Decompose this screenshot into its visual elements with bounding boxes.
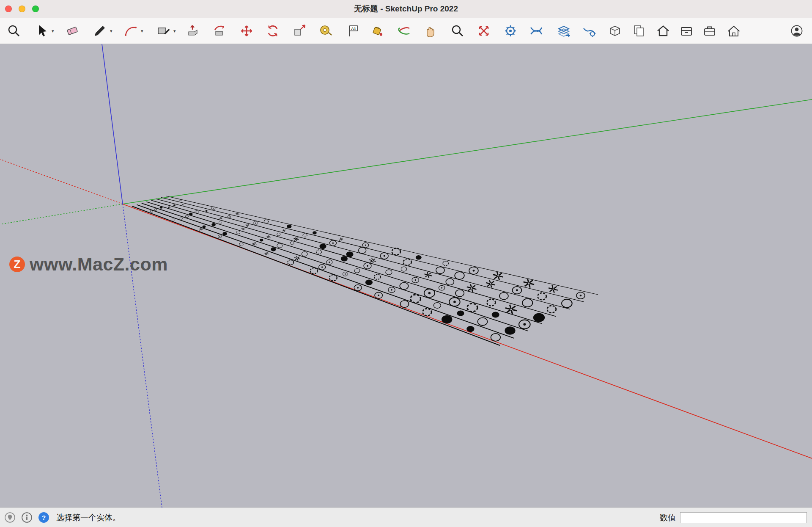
push-pull-tool[interactable]: [184, 23, 200, 39]
ext-layers-icon: [556, 23, 571, 39]
arc-dropdown-caret[interactable]: ▾: [141, 28, 143, 34]
orbit-tool[interactable]: [396, 23, 412, 39]
tree-symbol: [267, 235, 271, 238]
tree-symbol: [469, 267, 478, 274]
tree-symbol: [313, 231, 317, 235]
tree-symbol: [302, 251, 307, 256]
tree-symbol: [185, 215, 188, 218]
tree-symbol: [339, 237, 343, 241]
tree-symbol: [199, 228, 203, 231]
tree-symbol: [245, 224, 249, 227]
search-tool[interactable]: [6, 23, 22, 39]
tree-symbol: [533, 313, 545, 322]
tree-symbol: [365, 280, 373, 285]
line-dropdown-caret[interactable]: ▾: [110, 28, 112, 34]
tree-symbol: [478, 318, 488, 326]
line-tool[interactable]: [92, 23, 108, 39]
shapes-dropdown-caret[interactable]: ▾: [173, 28, 176, 34]
pan-tool[interactable]: [422, 23, 438, 39]
tree-symbol: [425, 272, 432, 278]
model-info-icon: [21, 512, 33, 523]
geolocation-button[interactable]: [4, 512, 16, 523]
viewport-canvas[interactable]: Z www.MacZ.com: [0, 44, 812, 508]
home-filled-icon: [656, 23, 671, 39]
tree-row-line: [146, 202, 542, 324]
status-bar: ? 选择第一个实体。 数值: [0, 508, 812, 527]
tree-symbol: [562, 299, 572, 308]
tree-symbol: [154, 209, 157, 211]
tree-symbol-grid[interactable]: [132, 196, 598, 345]
tree-symbol: [354, 285, 362, 291]
tree-symbol: [486, 280, 495, 288]
green-axis-negative: [0, 204, 123, 224]
copy-document-tool[interactable]: [631, 23, 647, 39]
tree-symbol: [195, 211, 198, 213]
ext-layers-tool[interactable]: [556, 23, 572, 39]
tree-symbol: [239, 243, 243, 246]
arc-tool[interactable]: [123, 23, 139, 39]
tree-symbol: [424, 289, 435, 297]
tree-symbol: [493, 272, 503, 280]
tree-symbol: [294, 237, 299, 241]
arc-icon: [123, 23, 138, 39]
tree-row-line: [137, 205, 514, 338]
tree-symbol: [538, 293, 546, 300]
close-button[interactable]: [5, 6, 12, 12]
home-outline-tool[interactable]: [726, 23, 742, 39]
rotate-icon: [265, 23, 280, 39]
tree-symbol: [264, 252, 269, 255]
measurement-input[interactable]: [680, 512, 807, 523]
follow-me-tool[interactable]: [212, 23, 228, 39]
tree-symbol: [228, 215, 230, 218]
component-box-icon: [607, 23, 623, 39]
select-dropdown-caret[interactable]: ▾: [52, 28, 54, 34]
tree-symbol: [524, 279, 535, 288]
zoom-button[interactable]: [32, 6, 39, 12]
model-info-button[interactable]: [21, 512, 33, 523]
ext-gear-sync-tool[interactable]: [502, 23, 518, 39]
model-scene[interactable]: [0, 44, 812, 508]
scale-tool[interactable]: [291, 23, 307, 39]
ext-gear-waves-tool[interactable]: [582, 23, 598, 39]
tree-symbol: [236, 231, 240, 234]
toolbox-tool[interactable]: [702, 23, 718, 39]
zoom-extents-tool[interactable]: [476, 23, 492, 39]
tree-symbol: [400, 301, 409, 307]
tree-symbol: [403, 259, 411, 265]
ext-gear-waves-icon: [582, 23, 597, 39]
home-filled-tool[interactable]: [655, 23, 671, 39]
zoom-tool-tool[interactable]: [450, 23, 466, 39]
minimize-button[interactable]: [19, 6, 25, 12]
tree-symbol: [277, 243, 283, 248]
account-tool[interactable]: [789, 23, 805, 39]
ext-waves-tool[interactable]: [528, 23, 544, 39]
paint-bucket-tool[interactable]: [370, 23, 386, 39]
select-tool[interactable]: [33, 23, 49, 39]
tree-symbol: [467, 304, 477, 312]
tree-symbol: [422, 309, 431, 316]
measurement-label: 数值: [660, 512, 676, 523]
component-box-tool[interactable]: [607, 23, 623, 39]
tape-measure-icon: [318, 23, 334, 39]
tape-measure-tool[interactable]: [318, 23, 334, 39]
dimension-text-tool[interactable]: A1: [345, 23, 361, 39]
tree-symbol: [455, 272, 464, 279]
search-icon: [6, 23, 22, 39]
tree-symbol: [206, 210, 208, 212]
tree-symbol: [576, 292, 585, 299]
move-tool[interactable]: [239, 23, 255, 39]
tree-symbol: [203, 225, 206, 228]
drawer-tool[interactable]: [678, 23, 694, 39]
tree-symbol: [549, 285, 558, 293]
tree-symbol: [219, 217, 222, 220]
tree-symbol: [271, 247, 276, 251]
tree-symbol: [505, 326, 515, 335]
rotate-tool[interactable]: [265, 23, 281, 39]
tree-symbol: [359, 247, 366, 253]
shapes-tool[interactable]: [155, 23, 171, 39]
eraser-tool[interactable]: [64, 23, 80, 39]
help-button[interactable]: ?: [38, 512, 49, 523]
tree-symbol: [260, 239, 263, 242]
tree-symbol: [264, 220, 269, 223]
tree-symbol: [433, 303, 441, 309]
